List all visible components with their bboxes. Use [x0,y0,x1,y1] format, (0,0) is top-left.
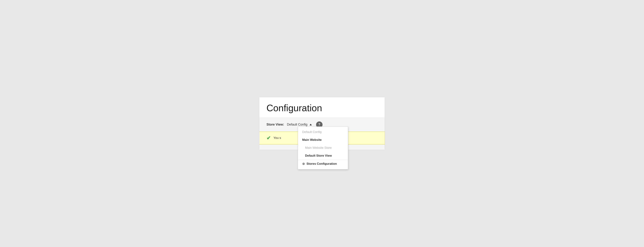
page-header: Configuration [259,97,385,118]
dropdown-item-main-website[interactable]: Main Website [298,136,348,144]
store-view-label: Store View: [266,123,284,126]
toolbar-section: Store View: Default Config Default Confi… [259,118,385,132]
checkmark-icon: ✔ [266,135,270,141]
notification-text: You s [274,136,281,140]
dropdown-item-default-config[interactable]: Default Config [298,128,348,136]
store-view-value: Default Config [287,123,308,126]
triangle-up-icon [310,124,312,126]
dropdown-item-main-website-store: Main Website Store [298,144,348,152]
dropdown-item-default-store-view[interactable]: Default Store View [298,152,348,160]
dropdown-menu: Default Config Main Website Main Website… [298,126,348,170]
gear-icon: ⚙ [302,162,305,166]
store-view-selector[interactable]: Default Config Default Config Main Websi… [287,123,312,126]
dropdown-item-stores-configuration[interactable]: ⚙ Stores Configuration [298,160,348,168]
page-title: Configuration [266,103,378,113]
page-container: Configuration Store View: Default Config… [259,97,385,150]
